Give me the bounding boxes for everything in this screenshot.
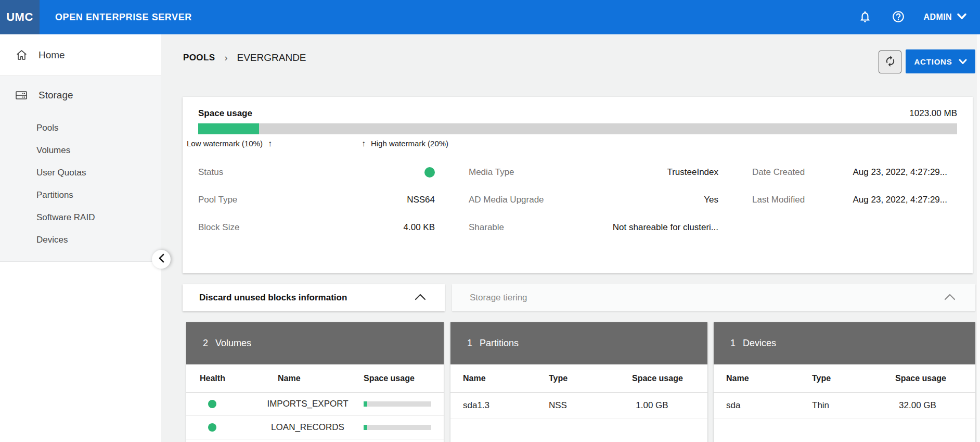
high-watermark: ↑ High watermark (20%) bbox=[362, 139, 448, 148]
topbar-right: ADMIN bbox=[857, 9, 980, 25]
col-space-usage: Space usage bbox=[632, 374, 695, 383]
ad-media-value: Yes bbox=[704, 195, 718, 205]
top-bar: UMC OPEN ENTERPRISE SERVER ADMIN bbox=[0, 0, 980, 34]
sidebar-item-devices[interactable]: Devices bbox=[0, 229, 161, 251]
device-space-usage: 32.00 GB bbox=[895, 400, 963, 411]
sidebar-home-label: Home bbox=[38, 49, 65, 61]
sidebar-collapse-button[interactable] bbox=[152, 250, 171, 269]
pool-total-size: 1023.00 MB bbox=[909, 108, 957, 119]
volume-space-usage-bar bbox=[364, 401, 431, 407]
detail-sharable: Sharable Not shareable for clusteri... bbox=[469, 219, 718, 235]
up-arrow-icon: ↑ bbox=[268, 139, 272, 148]
space-usage-bar bbox=[198, 123, 957, 134]
volume-space-usage-fill bbox=[364, 401, 367, 407]
user-menu[interactable]: ADMIN bbox=[924, 12, 966, 22]
devices-count: 1 bbox=[730, 338, 736, 349]
partitions-title: Partitions bbox=[480, 338, 519, 349]
notifications-button[interactable] bbox=[857, 9, 873, 25]
volume-name: IMPORTS_EXPORT bbox=[252, 399, 364, 409]
low-watermark-label: Low watermark (10%) bbox=[187, 139, 263, 148]
health-ok-dot bbox=[208, 400, 216, 408]
discard-blocks-accordion[interactable]: Discard unused blocks information bbox=[183, 284, 445, 311]
discard-blocks-title: Discard unused blocks information bbox=[199, 293, 347, 303]
sidebar-item-pools[interactable]: Pools bbox=[0, 117, 161, 139]
sidebar: Home Storage Pools Volumes User Quotas P… bbox=[0, 34, 161, 442]
detail-date-created: Date Created Aug 23, 2022, 4:27:29... bbox=[752, 164, 947, 180]
detail-empty-cell bbox=[752, 219, 947, 235]
col-space-usage: Space usage bbox=[895, 374, 963, 383]
refresh-button[interactable] bbox=[879, 50, 901, 73]
partitions-table-card: 1 Partitions Name Type Space usage sda1.… bbox=[450, 322, 707, 442]
col-type: Type bbox=[549, 374, 632, 383]
table-row-volume-imports-export[interactable]: IMPORTS_EXPORT bbox=[186, 393, 444, 416]
sidebar-item-user-quotas[interactable]: User Quotas bbox=[0, 161, 161, 184]
device-type: Thin bbox=[812, 400, 895, 411]
table-row-volume-loan-records[interactable]: LOAN_RECORDS bbox=[186, 416, 444, 439]
sidebar-item-storage[interactable]: Storage bbox=[0, 76, 161, 115]
date-created-value: Aug 23, 2022, 4:27:29... bbox=[853, 167, 947, 178]
high-watermark-label: High watermark (20%) bbox=[371, 139, 448, 148]
pool-details-grid: Status Media Type TrusteeIndex Date Crea… bbox=[198, 164, 957, 235]
sharable-label: Sharable bbox=[469, 222, 504, 233]
partitions-column-headers: Name Type Space usage bbox=[450, 364, 707, 393]
devices-table: Name Type Space usage sda Thin 32.00 GB bbox=[714, 364, 975, 419]
sharable-value: Not shareable for clusteri... bbox=[613, 222, 718, 233]
status-label: Status bbox=[198, 167, 223, 178]
partition-space-usage: 1.00 GB bbox=[632, 400, 695, 411]
storage-icon bbox=[15, 89, 28, 102]
sidebar-storage-label: Storage bbox=[38, 90, 73, 101]
product-title: OPEN ENTERPRISE SERVER bbox=[55, 12, 192, 23]
sidebar-item-volumes[interactable]: Volumes bbox=[0, 139, 161, 161]
umc-logo-text: UMC bbox=[6, 10, 33, 24]
volumes-count: 2 bbox=[203, 338, 208, 349]
chevron-down-icon bbox=[959, 57, 967, 66]
sidebar-item-home[interactable]: Home bbox=[0, 34, 161, 76]
media-type-value: TrusteeIndex bbox=[667, 167, 718, 178]
breadcrumb-separator: › bbox=[225, 53, 228, 64]
up-arrow-icon: ↑ bbox=[362, 139, 366, 148]
col-name: Name bbox=[463, 374, 549, 383]
table-row-device-sda[interactable]: sda Thin 32.00 GB bbox=[714, 393, 975, 419]
pool-type-value: NSS64 bbox=[407, 195, 435, 205]
actions-button[interactable]: ACTIONS bbox=[906, 49, 975, 73]
bell-icon bbox=[858, 10, 872, 25]
detail-status: Status bbox=[198, 164, 435, 180]
volume-space-usage-bar bbox=[364, 425, 431, 430]
refresh-icon bbox=[884, 55, 896, 69]
chevron-up-icon bbox=[944, 293, 956, 302]
col-type: Type bbox=[812, 374, 895, 383]
home-icon bbox=[15, 48, 28, 61]
breadcrumb-pools-link[interactable]: POOLS bbox=[183, 53, 215, 63]
storage-tiering-accordion[interactable]: Storage tiering bbox=[452, 284, 975, 311]
col-name: Name bbox=[726, 374, 812, 383]
col-name: Name bbox=[252, 374, 364, 383]
sidebar-storage-subitems: Pools Volumes User Quotas Partitions Sof… bbox=[0, 115, 161, 254]
space-usage-fill bbox=[198, 123, 259, 134]
sidebar-item-software-raid[interactable]: Software RAID bbox=[0, 206, 161, 229]
actions-button-label: ACTIONS bbox=[914, 57, 952, 66]
low-watermark: Low watermark (10%) ↑ bbox=[187, 139, 272, 148]
devices-title: Devices bbox=[743, 338, 776, 349]
chevron-left-icon bbox=[158, 254, 164, 265]
chevron-up-icon bbox=[415, 293, 426, 302]
volumes-table-card: 2 Volumes Health Name Space usage IMPORT… bbox=[186, 322, 444, 442]
pool-detail-card: Space usage 1023.00 MB Low watermark (10… bbox=[183, 97, 973, 273]
volumes-title: Volumes bbox=[215, 338, 251, 349]
volume-space-usage-fill bbox=[364, 425, 367, 430]
partitions-count: 1 bbox=[467, 338, 472, 349]
user-menu-label: ADMIN bbox=[924, 12, 952, 22]
sidebar-item-partitions[interactable]: Partitions bbox=[0, 184, 161, 206]
umc-logo[interactable]: UMC bbox=[0, 0, 40, 34]
help-button[interactable] bbox=[891, 9, 906, 25]
device-name: sda bbox=[726, 400, 812, 411]
ad-media-label: AD Media Upgrade bbox=[469, 195, 544, 205]
partitions-table-header: 1 Partitions bbox=[450, 322, 707, 364]
detail-last-modified: Last Modified Aug 23, 2022, 4:27:29... bbox=[752, 192, 947, 208]
table-row-partition-sda1-3[interactable]: sda1.3 NSS 1.00 GB bbox=[450, 393, 707, 419]
devices-column-headers: Name Type Space usage bbox=[714, 364, 975, 393]
date-created-label: Date Created bbox=[752, 167, 805, 178]
vertical-scrollbar[interactable] bbox=[976, 34, 980, 442]
detail-media-type: Media Type TrusteeIndex bbox=[469, 164, 718, 180]
watermarks-row: Low watermark (10%) ↑ ↑ High watermark (… bbox=[198, 139, 957, 148]
space-usage-header: Space usage 1023.00 MB bbox=[198, 108, 957, 119]
